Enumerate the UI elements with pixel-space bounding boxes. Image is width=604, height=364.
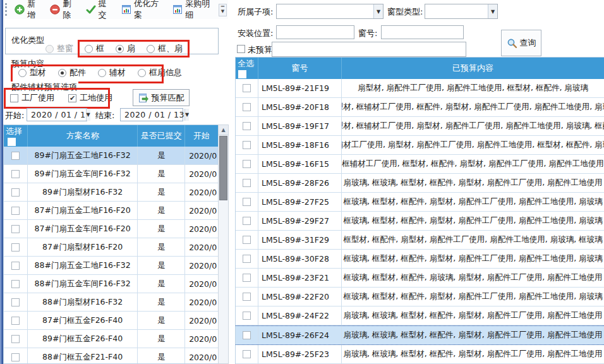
chevron-down-icon[interactable]: ▼ [86, 109, 90, 121]
chevron-down-icon[interactable]: ▼ [184, 109, 189, 121]
table-row[interactable]: LM5L-89#-21F19扇型材, 扇配件工厂使用, 扇配件工地使用, 框型材… [236, 79, 604, 98]
radio-option-框扇信息[interactable]: 框扇信息 [138, 67, 182, 78]
row-checkbox[interactable] [243, 350, 251, 358]
table-row[interactable]: LM5L-89#-29F27框玻璃, 框型材, 框配件, 扇型材, 扇配件工厂使… [236, 212, 604, 231]
window-type-select[interactable]: ▼ [425, 4, 498, 19]
table-row[interactable]: 87#门扇五金车间F16-F20是2020/0 [4, 220, 218, 238]
row-checkbox[interactable] [11, 280, 20, 288]
table-row[interactable]: 89#门扇型材F16-F32是2020/0 [4, 183, 218, 202]
row-checkbox[interactable] [11, 335, 20, 343]
radio-icon[interactable] [58, 69, 66, 77]
row-checkbox[interactable] [243, 331, 251, 339]
table-row[interactable]: 88#门框五金F21-F40是2020/0 [4, 348, 218, 364]
checkbox-option-工厂使用[interactable]: 工厂使用 [10, 92, 54, 104]
table-row[interactable]: 87#门框五金F26-F40是2020/0 [4, 312, 218, 330]
row-checkbox[interactable] [11, 317, 20, 325]
table-row[interactable]: 87#门扇型材F16-F20是2020/0 [4, 238, 218, 257]
radio-icon[interactable] [45, 45, 54, 53]
radio-option-框[interactable]: 框 [85, 43, 104, 54]
row-checkbox[interactable] [243, 84, 251, 92]
radio-icon[interactable] [147, 45, 155, 53]
submit-button[interactable]: 提交 [82, 0, 118, 23]
radio-option-配件[interactable]: 配件 [58, 67, 86, 78]
row-checkbox[interactable] [243, 236, 251, 244]
unbudgeted-input[interactable] [272, 42, 466, 57]
row-checkbox[interactable] [243, 255, 251, 263]
row-checkbox[interactable] [243, 198, 251, 206]
table-row[interactable]: 89#门扇五金工地F16-F32是2020/0 [4, 147, 218, 165]
unbudgeted-checkbox[interactable] [237, 45, 245, 53]
radio-icon[interactable] [98, 69, 106, 77]
add-icon [15, 4, 25, 15]
table-row[interactable]: LM5L-89#-20F18框型材, 框辅材工厂使用, 框配件, 扇型材, 扇配… [236, 98, 604, 117]
row-checkbox[interactable] [243, 103, 251, 111]
radio-option-框、扇[interactable]: 框、扇 [147, 43, 183, 54]
table-row[interactable]: LM5L-89#-24F22扇玻璃, 框玻璃, 框型材, 框配件, 扇型材, 扇… [236, 306, 604, 325]
radio-icon[interactable] [116, 45, 124, 53]
row-checkbox[interactable] [243, 179, 251, 187]
checkbox-option-工地使用[interactable]: ✔工地使用 [68, 92, 112, 104]
row-checkbox[interactable] [243, 217, 251, 225]
end-date-picker[interactable]: 2020 / 01 / 13 ▼ [120, 108, 183, 121]
radio-option-型材[interactable]: 型材 [18, 67, 46, 78]
row-checkbox[interactable] [243, 312, 251, 320]
table-row[interactable]: 87#门扇五金工地F16-F20是2020/0 [4, 202, 218, 220]
row-checkbox[interactable] [11, 298, 20, 306]
table-row[interactable]: LM5L-89#-26F24扇玻璃, 框玻璃, 框型材, 框配件, 扇型材, 扇… [236, 325, 604, 345]
chevron-down-icon[interactable]: ▼ [488, 4, 497, 18]
row-checkbox[interactable] [243, 141, 251, 149]
table-row[interactable]: 88#门扇五金车间F16-F32是2020/0 [4, 275, 218, 293]
table-row[interactable]: LM5L-89#-30F28框玻璃, 框型材, 框配件, 扇型材, 扇配件工厂使… [236, 250, 604, 269]
table-row[interactable]: LM5L-89#-18F16框辅材工厂使用, 扇型材, 扇配件工厂使用, 扇配件… [236, 136, 604, 155]
row-checkbox[interactable] [11, 262, 20, 270]
table-row[interactable]: LM5L-89#-16F15框辅材工厂使用, 框型材, 框配件, 扇型材, 扇配… [236, 155, 604, 174]
table-row[interactable]: 88#门扇型材F16-F32是2020/0 [4, 293, 218, 312]
row-checkbox[interactable] [243, 274, 251, 282]
table-row[interactable]: 89#门扇五金车间F16-F32是2020/0 [4, 165, 218, 183]
radio-icon[interactable] [18, 69, 27, 77]
budget-match-button[interactable]: 预算匹配 [133, 89, 190, 106]
table-row[interactable]: LM5L-89#-31F29框型材, 框配件, 扇型材, 扇配件工厂使用, 扇配… [236, 231, 604, 250]
scrollbar-thumb[interactable] [219, 136, 227, 200]
row-checkbox[interactable] [11, 225, 20, 233]
radio-option-扇[interactable]: 扇 [116, 43, 135, 54]
table-row[interactable]: 89#门框五金F26-F40是2020/0 [4, 330, 218, 348]
checkbox-icon[interactable] [10, 94, 18, 102]
radio-icon[interactable] [138, 69, 146, 77]
radio-option-辅材[interactable]: 辅材 [98, 67, 126, 78]
row-checkbox[interactable] [11, 353, 20, 361]
add-button[interactable]: 新增 [11, 0, 46, 23]
table-row[interactable]: LM5L-89#-25F23扇玻璃, 框玻璃, 框型材, 框配件, 扇型材, 扇… [236, 345, 604, 364]
row-checkbox[interactable] [11, 170, 20, 178]
select-all-checkbox[interactable] [8, 138, 16, 146]
row-checkbox[interactable] [243, 293, 251, 301]
query-button[interactable]: 查询 [501, 30, 541, 56]
row-checkbox[interactable] [11, 188, 20, 197]
start-date-picker[interactable]: 2020 / 01 / 1 ▼ [27, 108, 87, 121]
install-position-input[interactable] [276, 25, 354, 39]
row-checkbox[interactable] [11, 243, 20, 252]
table-row[interactable]: LM5L-89#-28F26扇玻璃, 框玻璃, 框型材, 框配件, 扇型材, 扇… [236, 174, 604, 193]
radio-icon[interactable] [85, 45, 93, 53]
row-checkbox[interactable] [11, 207, 20, 215]
table-row[interactable]: 88#门扇五金工地F16-F32是2020/0 [4, 257, 218, 275]
scroll-up-icon[interactable]: ▲ [219, 125, 228, 135]
toolbar-overflow-button[interactable]: ▔▼ [219, 4, 227, 16]
plan-table-scrollbar[interactable]: ▲ [218, 124, 229, 364]
sub-item-select[interactable]: ▼ [276, 4, 384, 19]
delete-button[interactable]: 删除 [46, 0, 82, 23]
select-all-checkbox[interactable] [238, 70, 246, 78]
window-no-input[interactable] [381, 25, 464, 39]
table-row[interactable]: LM5L-89#-23F21框玻璃, 框型材, 框配件, 扇玻璃, 扇型材, 扇… [236, 269, 604, 288]
checkbox-icon[interactable]: ✔ [68, 94, 76, 102]
table-row[interactable]: LM5L-89#-27F25框玻璃, 框型材, 框配件, 扇型材, 扇配件工厂使… [236, 193, 604, 212]
row-checkbox[interactable] [243, 160, 251, 168]
row-checkbox[interactable] [243, 122, 251, 130]
toolbar-grip-handle[interactable] [5, 3, 7, 16]
chevron-down-icon[interactable]: ▼ [373, 4, 383, 18]
optimize-plan-button[interactable]: 优化方案 [118, 0, 169, 23]
submitted-cell: 是 [138, 165, 185, 183]
row-checkbox[interactable] [11, 152, 20, 160]
table-row[interactable]: LM5L-89#-22F20框玻璃, 框型材, 框配件, 扇型材, 扇配件工厂使… [236, 288, 604, 306]
table-row[interactable]: LM5L-89#-19F17框型材, 框辅材工厂使用, 扇型材, 扇配件工厂使用… [236, 117, 604, 136]
